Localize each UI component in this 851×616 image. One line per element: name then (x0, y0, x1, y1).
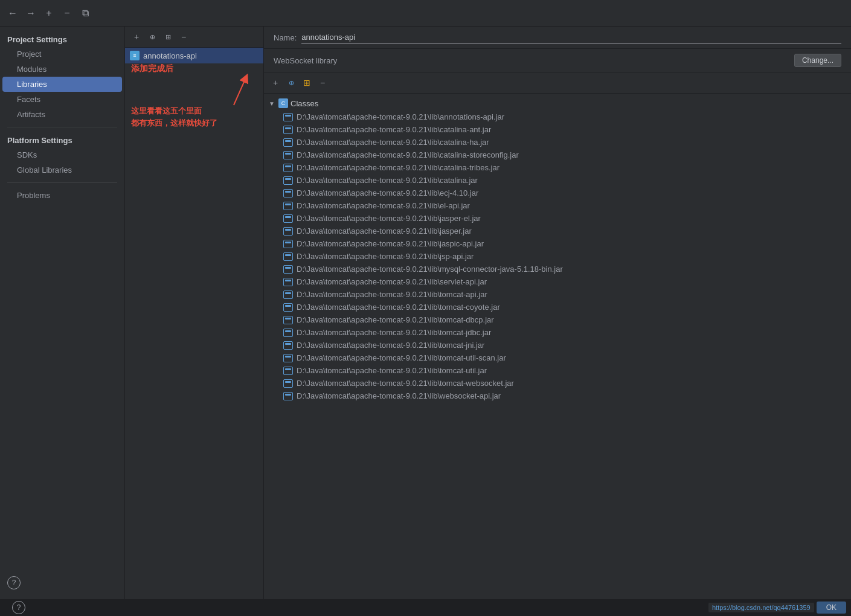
library-icon: ≡ (130, 51, 140, 60)
add-button[interactable]: + (42, 7, 56, 20)
back-button[interactable]: ← (6, 7, 19, 20)
tree-item-label: D:\Java\tomcat\apache-tomcat-9.0.21\lib\… (297, 290, 487, 299)
tree-item[interactable]: D:\Java\tomcat\apache-tomcat-9.0.21\lib\… (264, 136, 851, 149)
tree-item-label: D:\Java\tomcat\apache-tomcat-9.0.21\lib\… (297, 163, 499, 172)
name-label: Name: (274, 33, 297, 42)
tree-item[interactable]: D:\Java\tomcat\apache-tomcat-9.0.21\lib\… (264, 390, 851, 402)
tree-item-label: D:\Java\tomcat\apache-tomcat-9.0.21\lib\… (297, 112, 504, 121)
tree-item-label: D:\Java\tomcat\apache-tomcat-9.0.21\lib\… (297, 353, 506, 362)
status-help-button[interactable]: ? (12, 601, 25, 614)
sidebar-item-project[interactable]: Project (2, 47, 122, 62)
sidebar-item-sdks[interactable]: SDKs (2, 147, 122, 162)
sidebar-bottom: ? (0, 571, 124, 599)
tree-expand-arrow: ▼ (269, 100, 276, 107)
jar-icon (283, 379, 293, 388)
sidebar-divider (7, 127, 117, 127)
tree-item-label: D:\Java\tomcat\apache-tomcat-9.0.21\lib\… (297, 303, 500, 312)
tree-item-label: D:\Java\tomcat\apache-tomcat-9.0.21\lib\… (297, 201, 470, 210)
change-button[interactable]: Change... (794, 54, 841, 67)
jar-icon (283, 341, 293, 350)
lib-add-java-button[interactable]: ⊕ (146, 30, 159, 43)
tree-item-label: D:\Java\tomcat\apache-tomcat-9.0.21\lib\… (297, 214, 481, 223)
tree-item[interactable]: D:\Java\tomcat\apache-tomcat-9.0.21\lib\… (264, 111, 851, 123)
jar-icon (283, 227, 293, 236)
cls-add-button[interactable]: + (269, 76, 282, 89)
main-area: Project Settings Project Modules Librari… (0, 27, 851, 599)
jar-icon (283, 278, 293, 286)
status-bar: ? https://blog.csdn.net/qq44761359 OK (0, 599, 851, 616)
remove-button[interactable]: − (60, 7, 74, 20)
tree-item[interactable]: D:\Java\tomcat\apache-tomcat-9.0.21\lib\… (264, 351, 851, 364)
forward-button[interactable]: → (24, 7, 37, 20)
tree-item[interactable]: D:\Java\tomcat\apache-tomcat-9.0.21\lib\… (264, 377, 851, 390)
tree-item[interactable]: D:\Java\tomcat\apache-tomcat-9.0.21\lib\… (264, 301, 851, 313)
jar-icon (283, 354, 293, 362)
cls-add-folder-button[interactable]: ⊞ (300, 76, 313, 89)
library-item-annotations-api[interactable]: ≡ annotations-api (125, 48, 263, 63)
status-bar-right: https://blog.csdn.net/qq44761359 OK (708, 602, 846, 614)
tree-item[interactable]: D:\Java\tomcat\apache-tomcat-9.0.21\lib\… (264, 275, 851, 288)
tree-item[interactable]: D:\Java\tomcat\apache-tomcat-9.0.21\lib\… (264, 161, 851, 174)
sidebar-item-modules[interactable]: Modules (2, 62, 122, 77)
sidebar-item-facets[interactable]: Facets (2, 92, 122, 107)
jar-icon (283, 303, 293, 312)
tree-item[interactable]: D:\Java\tomcat\apache-tomcat-9.0.21\lib\… (264, 149, 851, 161)
tree-item[interactable]: D:\Java\tomcat\apache-tomcat-9.0.21\lib\… (264, 250, 851, 263)
library-panel: + ⊕ ⊞ − ≡ annotations-api 添加完成后 这里看看这五个里… (125, 27, 264, 599)
lib-add-folder-button[interactable]: ⊞ (161, 30, 175, 43)
detail-panel: Name: annotations-api WebSocket library … (264, 27, 851, 599)
sidebar-item-libraries[interactable]: Libraries (2, 77, 122, 92)
sidebar-item-artifacts[interactable]: Artifacts (2, 107, 122, 122)
cls-remove-button[interactable]: − (316, 76, 329, 89)
tree-item-label: D:\Java\tomcat\apache-tomcat-9.0.21\lib\… (297, 188, 478, 197)
tree-item-label: D:\Java\tomcat\apache-tomcat-9.0.21\lib\… (297, 226, 472, 236)
classes-label: Classes (291, 99, 318, 108)
jar-icon (283, 316, 293, 324)
jar-icon (283, 151, 293, 159)
sidebar-item-problems[interactable]: Problems (2, 188, 122, 203)
tree-item[interactable]: D:\Java\tomcat\apache-tomcat-9.0.21\lib\… (264, 225, 851, 237)
lib-add-button[interactable]: + (130, 30, 143, 43)
tree-item[interactable]: D:\Java\tomcat\apache-tomcat-9.0.21\lib\… (264, 364, 851, 377)
tree-item[interactable]: D:\Java\tomcat\apache-tomcat-9.0.21\lib\… (264, 263, 851, 275)
platform-settings-title: Platform Settings (0, 132, 124, 147)
jar-icon (283, 164, 293, 172)
classes-section-header[interactable]: ▼ C Classes (264, 96, 851, 111)
name-row: Name: annotations-api (264, 27, 851, 49)
classes-tree: ▼ C Classes D:\Java\tomcat\apache-tomcat… (264, 94, 851, 599)
help-button[interactable]: ? (7, 576, 21, 589)
tree-item[interactable]: D:\Java\tomcat\apache-tomcat-9.0.21\lib\… (264, 313, 851, 326)
tree-item[interactable]: D:\Java\tomcat\apache-tomcat-9.0.21\lib\… (264, 199, 851, 212)
lib-remove-button[interactable]: − (177, 30, 190, 43)
tree-item[interactable]: D:\Java\tomcat\apache-tomcat-9.0.21\lib\… (264, 212, 851, 225)
websocket-label: WebSocket library (274, 56, 337, 65)
tree-item[interactable]: D:\Java\tomcat\apache-tomcat-9.0.21\lib\… (264, 123, 851, 136)
tree-item-label: D:\Java\tomcat\apache-tomcat-9.0.21\lib\… (297, 315, 494, 324)
classes-toolbar: + ⊕ ⊞ − (264, 72, 851, 94)
jar-icon (283, 138, 293, 147)
tree-item-label: D:\Java\tomcat\apache-tomcat-9.0.21\lib\… (297, 391, 501, 400)
tree-item[interactable]: D:\Java\tomcat\apache-tomcat-9.0.21\lib\… (264, 187, 851, 199)
tree-item-label: D:\Java\tomcat\apache-tomcat-9.0.21\lib\… (297, 150, 519, 159)
copy-button[interactable]: ⧉ (79, 7, 92, 20)
jar-icon (283, 367, 293, 375)
tree-item[interactable]: D:\Java\tomcat\apache-tomcat-9.0.21\lib\… (264, 339, 851, 351)
library-toolbar: + ⊕ ⊞ − (125, 27, 263, 48)
jar-icon (283, 252, 293, 261)
classes-items: D:\Java\tomcat\apache-tomcat-9.0.21\lib\… (264, 111, 851, 402)
tree-item[interactable]: D:\Java\tomcat\apache-tomcat-9.0.21\lib\… (264, 237, 851, 250)
websocket-row: WebSocket library Change... (264, 49, 851, 72)
status-bar-left: ? (5, 596, 33, 616)
tree-item[interactable]: D:\Java\tomcat\apache-tomcat-9.0.21\lib\… (264, 326, 851, 339)
ok-button[interactable]: OK (817, 602, 846, 614)
jar-icon (283, 392, 293, 400)
sidebar: Project Settings Project Modules Librari… (0, 27, 125, 599)
toolbar: ← → + − ⧉ (0, 0, 851, 27)
tree-item[interactable]: D:\Java\tomcat\apache-tomcat-9.0.21\lib\… (264, 174, 851, 187)
cls-add-alt-button[interactable]: ⊕ (284, 76, 298, 89)
sidebar-item-global-libraries[interactable]: Global Libraries (2, 162, 122, 178)
tree-item-label: D:\Java\tomcat\apache-tomcat-9.0.21\lib\… (297, 379, 514, 388)
jar-icon (283, 265, 293, 274)
tree-item[interactable]: D:\Java\tomcat\apache-tomcat-9.0.21\lib\… (264, 288, 851, 301)
tree-item-label: D:\Java\tomcat\apache-tomcat-9.0.21\lib\… (297, 366, 487, 375)
